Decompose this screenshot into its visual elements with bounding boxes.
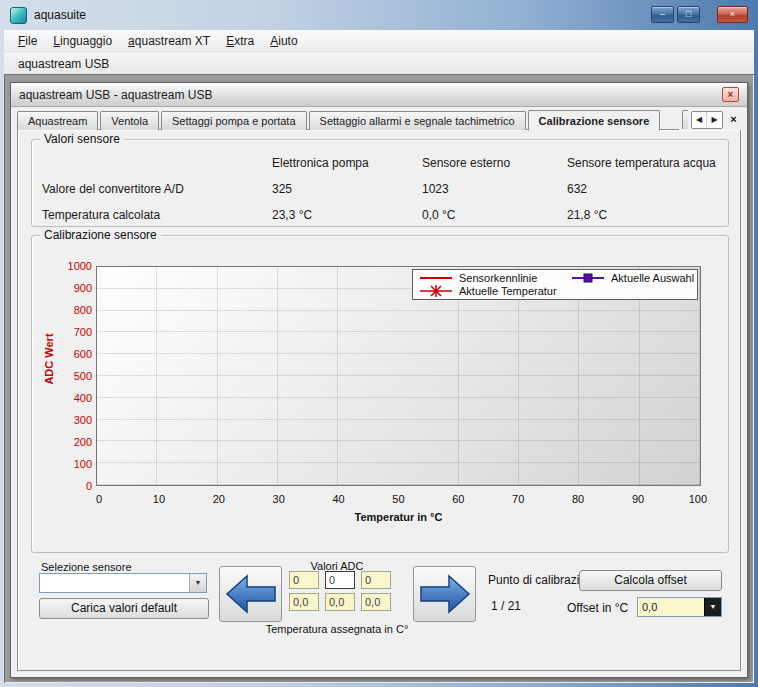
partial-tab[interactable] — [682, 110, 688, 129]
tab-close-icon[interactable]: × — [726, 111, 741, 129]
adc-value-field-3[interactable]: 0 — [361, 571, 391, 589]
child-close-button[interactable]: × — [722, 87, 739, 102]
chart-plot-area: Sensorkennlinie Aktuelle Auswahl — [96, 266, 701, 486]
menu-aquastream-xt[interactable]: aquastream XT — [120, 31, 218, 51]
arrow-right-icon — [419, 574, 471, 614]
offset-label: Offset in °C — [567, 601, 628, 615]
sensor-table: Elettronica pompa Sensore esterno Sensor… — [42, 156, 722, 222]
previous-calibration-point-button[interactable] — [219, 566, 282, 622]
temp-value-acqua: 21,8 °C — [567, 208, 722, 222]
temp-value-pompa: 23,3 °C — [272, 208, 422, 222]
y-tick: 900 — [74, 283, 92, 293]
x-tick: 40 — [328, 493, 350, 505]
calibrazione-group: Calibrazione sensore ADC Wert 1000 900 8… — [31, 235, 729, 553]
child-titlebar[interactable]: aquastream USB - aquastream USB × — [11, 83, 747, 107]
close-button[interactable]: × — [717, 6, 748, 23]
y-tick: 100 — [74, 459, 92, 469]
legend-entry-sensorkennlinie: Sensorkennlinie — [418, 272, 570, 284]
y-tick: 0 — [86, 481, 92, 491]
tab-nav-controls: ◀ ▶ × — [679, 109, 741, 130]
tab-ventola[interactable]: Ventola — [100, 111, 159, 130]
calibrazione-group-title: Calibrazione sensore — [40, 228, 161, 242]
menu-extra[interactable]: Extra — [218, 31, 262, 51]
temp-assigned-field-2[interactable]: 0,0 — [325, 593, 355, 611]
temp-assigned-field-1[interactable]: 0,0 — [289, 593, 319, 611]
column-header-sensore-temperatura-acqua: Sensore temperatura acqua — [567, 156, 722, 170]
x-tick: 0 — [88, 493, 110, 505]
temperatura-assegnata-label: Temperatura assegnata in C° — [237, 623, 437, 635]
valori-sensore-group: Valori sensore Elettronica pompa Sensore… — [31, 139, 729, 227]
temp-value-esterno: 0,0 °C — [422, 208, 567, 222]
x-tick: 10 — [148, 493, 170, 505]
next-calibration-point-button[interactable] — [413, 566, 476, 622]
tab-panel: Valori sensore Elettronica pompa Sensore… — [17, 129, 741, 671]
y-tick: 200 — [74, 437, 92, 447]
chevron-down-icon[interactable]: ▼ — [704, 598, 721, 616]
aquasuite-logo-icon — [10, 7, 27, 24]
tab-scroll-right-icon[interactable]: ▶ — [707, 112, 722, 128]
temp-assigned-field-3[interactable]: 0,0 — [361, 593, 391, 611]
valori-sensore-group-title: Valori sensore — [40, 132, 124, 146]
line-marker-icon — [418, 272, 454, 284]
titlebar[interactable]: aquasuite – □ × — [0, 0, 758, 30]
column-header-elettronica-pompa: Elettronica pompa — [272, 156, 422, 170]
x-tick: 60 — [447, 493, 469, 505]
adc-value-esterno: 1023 — [422, 182, 567, 196]
x-tick: 30 — [268, 493, 290, 505]
y-tick: 300 — [74, 415, 92, 425]
menu-linguaggio[interactable]: Linguaggio — [45, 31, 120, 51]
y-tick: 800 — [74, 305, 92, 315]
y-tick: 400 — [74, 393, 92, 403]
y-tick: 1000 — [68, 261, 92, 271]
chart-x-ticks: 0 10 20 30 40 50 60 70 80 90 100 — [88, 493, 709, 505]
tab-scroll-left-icon[interactable]: ◀ — [692, 112, 707, 128]
row-label-temperatura-calcolata: Temperatura calcolata — [42, 208, 272, 222]
x-tick: 70 — [507, 493, 529, 505]
window-title: aquasuite — [34, 0, 86, 30]
y-tick: 500 — [74, 371, 92, 381]
tab-settaggio-allarmi[interactable]: Settaggio allarmi e segnale tachimetrico — [309, 111, 526, 130]
row-label-valore-convertitore: Valore del convertitore A/D — [42, 182, 272, 196]
chevron-down-icon[interactable]: ▼ — [189, 574, 206, 592]
chart-legend: Sensorkennlinie Aktuelle Auswahl — [412, 269, 698, 300]
adc-value-field-1[interactable]: 0 — [289, 571, 319, 589]
mdi-area: aquastream USB - aquastream USB × Aquast… — [4, 74, 754, 683]
adc-value-acqua: 632 — [567, 182, 722, 196]
sensor-select-combobox[interactable]: ▼ — [39, 573, 207, 593]
selezione-sensore-label: Selezione sensore — [41, 561, 132, 573]
menu-file[interactable]: File — [10, 31, 45, 51]
maximize-button[interactable]: □ — [677, 6, 700, 23]
legend-entry-aktuelle-auswahl: Aktuelle Auswahl — [570, 272, 694, 284]
minimize-button[interactable]: – — [651, 6, 674, 23]
y-tick: 700 — [74, 327, 92, 337]
menu-aiuto[interactable]: Aiuto — [262, 31, 305, 51]
table-corner-cell — [42, 156, 272, 170]
tab-settaggi-pompa[interactable]: Settaggi pompa e portata — [161, 111, 307, 130]
legend-entry-aktuelle-temperatur: Aktuelle Temperatur — [418, 285, 570, 297]
column-header-sensore-esterno: Sensore esterno — [422, 156, 567, 170]
mdi-menubar: aquastream USB — [4, 53, 754, 74]
tab-scroll-box: ◀ ▶ — [691, 111, 723, 129]
x-tick: 20 — [208, 493, 230, 505]
offset-value: 0,0 — [638, 601, 704, 613]
calcola-offset-button[interactable]: Calcola offset — [579, 570, 722, 591]
tab-aquastream[interactable]: Aquastream — [17, 111, 98, 130]
adc-values-grid: 0 0 0 0,0 0,0 0,0 — [289, 571, 391, 611]
square-marker-icon — [570, 272, 606, 284]
offset-combobox[interactable]: 0,0 ▼ — [637, 597, 722, 617]
tab-calibrazione-sensore[interactable]: Calibrazione sensore — [528, 110, 661, 131]
x-tick: 50 — [387, 493, 409, 505]
legend-label: Aktuelle Temperatur — [459, 285, 557, 297]
punto-di-calibrazione-label: Punto di calibrazio — [488, 573, 586, 587]
carica-valori-default-button[interactable]: Carica valori default — [39, 598, 209, 619]
child-window-title: aquastream USB - aquastream USB — [19, 88, 212, 102]
tab-strip: Aquastream Ventola Settaggi pompa e port… — [17, 109, 741, 130]
calibration-point-counter: 1 / 21 — [491, 599, 521, 613]
child-window: aquastream USB - aquastream USB × Aquast… — [10, 82, 748, 678]
x-tick: 90 — [627, 493, 649, 505]
x-tick: 100 — [687, 493, 709, 505]
adc-value-field-2[interactable]: 0 — [325, 571, 355, 589]
chart-y-ticks: 1000 900 800 700 600 500 400 300 200 100… — [48, 261, 92, 491]
mdi-menu-aquastream-usb[interactable]: aquastream USB — [10, 54, 117, 74]
legend-label: Aktuelle Auswahl — [611, 272, 694, 284]
